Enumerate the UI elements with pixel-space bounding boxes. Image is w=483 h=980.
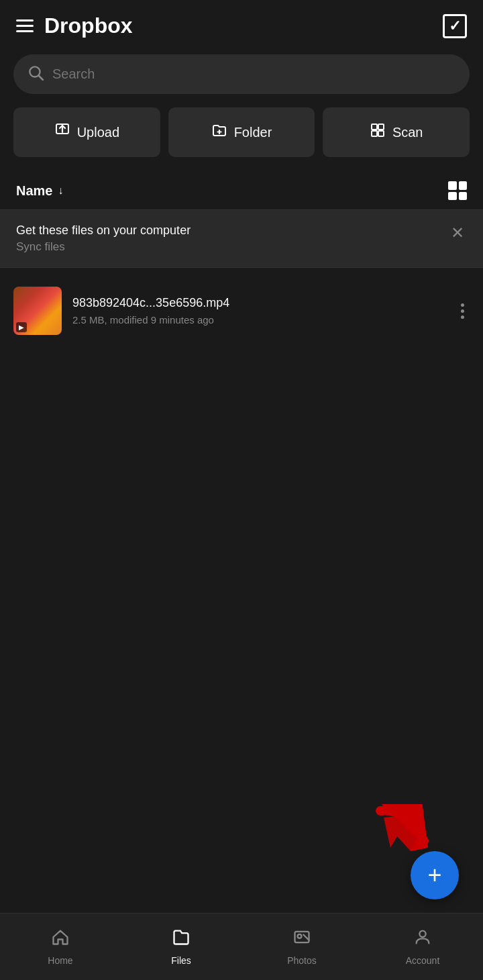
upload-button[interactable]: Upload (13, 107, 160, 157)
fab-plus-icon: + (427, 861, 441, 889)
home-icon (51, 928, 70, 951)
sync-text: Get these files on your computer Sync fi… (16, 224, 191, 254)
svg-rect-6 (372, 124, 377, 130)
svg-point-15 (298, 934, 302, 938)
file-menu-button[interactable] (455, 301, 470, 322)
scan-icon (370, 122, 386, 142)
svg-rect-7 (378, 124, 384, 130)
header: Dropbox (0, 0, 483, 49)
red-arrow-icon (374, 804, 434, 848)
sort-bar: Name ↓ (0, 173, 483, 210)
grid-view-button[interactable] (448, 181, 467, 200)
scan-label: Scan (392, 125, 423, 140)
bottom-nav: Home Files Photos Account (0, 913, 483, 980)
nav-item-account[interactable]: Account (362, 921, 483, 973)
sort-button[interactable]: Name ↓ (16, 183, 63, 199)
upload-label: Upload (77, 125, 119, 140)
files-icon (172, 928, 191, 951)
action-buttons: Upload Folder Scan (0, 107, 483, 173)
file-list: ▶ 983b892404c...35e6596.mp4 2.5 MB, modi… (0, 268, 483, 354)
sync-files-link[interactable]: Sync files (16, 240, 191, 254)
search-input[interactable] (52, 66, 456, 82)
scan-button[interactable]: Scan (323, 107, 470, 157)
folder-icon (211, 122, 227, 142)
nav-home-label: Home (48, 955, 72, 966)
add-fab-button[interactable]: + (411, 851, 459, 899)
nav-files-label: Files (171, 955, 191, 966)
svg-point-16 (419, 931, 425, 937)
file-info: 983b892404c...35e6596.mp4 2.5 MB, modifi… (72, 296, 445, 326)
nav-photos-label: Photos (287, 955, 317, 966)
nav-account-label: Account (406, 955, 440, 966)
header-left: Dropbox (16, 13, 133, 38)
sort-name: Name (16, 183, 52, 199)
file-meta: 2.5 MB, modified 9 minutes ago (72, 314, 445, 326)
table-row[interactable]: ▶ 983b892404c...35e6596.mp4 2.5 MB, modi… (13, 279, 470, 343)
file-name: 983b892404c...35e6596.mp4 (72, 296, 445, 310)
select-all-button[interactable] (443, 14, 467, 38)
svg-rect-9 (378, 131, 384, 136)
file-type-badge: ▶ (16, 322, 27, 332)
folder-button[interactable]: Folder (168, 107, 315, 157)
app-title: Dropbox (44, 13, 133, 38)
nav-item-photos[interactable]: Photos (241, 921, 362, 973)
account-icon (413, 928, 432, 951)
fab-container: + (411, 851, 459, 899)
nav-item-files[interactable]: Files (121, 921, 241, 973)
file-thumbnail: ▶ (13, 287, 62, 335)
hamburger-icon[interactable] (16, 19, 34, 32)
photos-icon (292, 928, 311, 951)
svg-line-1 (39, 76, 43, 80)
svg-rect-8 (372, 131, 377, 136)
upload-icon (54, 122, 70, 142)
sync-banner-close-button[interactable]: ✕ (448, 224, 467, 242)
search-bar[interactable] (13, 54, 470, 94)
sort-chevron-icon: ↓ (58, 185, 63, 197)
folder-label: Folder (234, 125, 272, 140)
sync-banner: Get these files on your computer Sync fi… (0, 210, 483, 268)
search-icon (27, 64, 44, 85)
nav-item-home[interactable]: Home (0, 921, 121, 973)
sync-title: Get these files on your computer (16, 224, 191, 238)
